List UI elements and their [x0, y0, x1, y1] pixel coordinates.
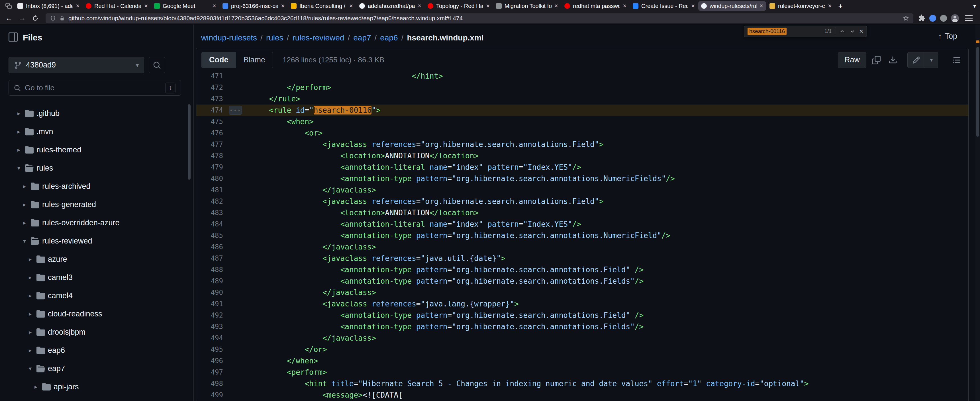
browser-tab[interactable]: windup-rulesets/rules/rules-re× — [698, 1, 766, 11]
line-actions-button[interactable]: ··· — [229, 106, 242, 115]
tab-close-icon[interactable]: × — [418, 3, 422, 9]
forward-button[interactable]: → — [16, 13, 28, 23]
browser-tab[interactable]: Migration Toolkit for Applications× — [493, 1, 561, 11]
line-number[interactable]: 474 — [196, 105, 233, 116]
breadcrumb-link[interactable]: eap6 — [380, 33, 398, 43]
line-number[interactable]: 499 — [196, 389, 233, 401]
line-number[interactable]: 478 — [196, 150, 233, 161]
tree-item-cloud-readiness[interactable]: ▸cloud-readiness — [0, 305, 193, 323]
edit-file-button[interactable] — [907, 52, 925, 68]
line-number[interactable]: 488 — [196, 264, 233, 275]
line-number[interactable]: 482 — [196, 196, 233, 207]
tab-close-icon[interactable]: × — [828, 3, 832, 9]
line-number[interactable]: 480 — [196, 173, 233, 184]
breadcrumb-link[interactable]: eap7 — [353, 33, 371, 43]
scrollbar-thumb[interactable] — [976, 47, 979, 137]
line-number[interactable]: 489 — [196, 275, 233, 287]
back-to-top-button[interactable]: ↑ Top — [938, 32, 957, 41]
line-number[interactable]: 496 — [196, 355, 233, 366]
extensions-puzzle-icon[interactable] — [918, 14, 925, 22]
line-number[interactable]: 497 — [196, 366, 233, 378]
code-scroll-area[interactable]: 471 </hint>472 </perform>473 </rule>474·… — [196, 72, 968, 401]
tab-code[interactable]: Code — [202, 52, 236, 68]
browser-tab[interactable]: adelahozredhat/path-finder-× — [356, 1, 424, 11]
find-previous-button[interactable] — [839, 28, 846, 35]
tab-close-icon[interactable]: × — [213, 3, 216, 9]
extension-icon[interactable] — [940, 15, 947, 22]
profile-avatar[interactable] — [951, 14, 959, 22]
line-number[interactable]: 485 — [196, 230, 233, 241]
browser-tab[interactable]: Inbox (8,691) - adelahozredhat@× — [14, 1, 82, 11]
browser-tab[interactable]: Google Meet× — [151, 1, 219, 11]
tree-item-droolsjbpm[interactable]: ▸droolsjbpm — [0, 323, 193, 341]
line-number[interactable]: 477 — [196, 139, 233, 150]
tab-close-icon[interactable]: × — [759, 3, 763, 9]
tree-item-rules-overridden-azure[interactable]: ▸rules-overridden-azure — [0, 213, 193, 232]
tab-blame[interactable]: Blame — [236, 52, 273, 68]
breadcrumb-link[interactable]: rules — [266, 33, 283, 43]
tree-item-api-jars[interactable]: ▸api-jars — [0, 378, 193, 396]
line-number[interactable]: 486 — [196, 241, 233, 253]
tree-item-.github[interactable]: ▸.github — [0, 104, 193, 123]
line-number[interactable]: 473 — [196, 93, 233, 105]
line-number[interactable]: 495 — [196, 344, 233, 355]
search-this-repository-button[interactable] — [149, 57, 165, 73]
browser-tab[interactable]: Iberia Consulting / LANTIK - A× — [288, 1, 356, 11]
reload-button[interactable] — [30, 13, 41, 23]
line-number[interactable]: 492 — [196, 310, 233, 321]
bookmark-star-icon[interactable] — [903, 15, 909, 21]
page-scrollbar[interactable] — [975, 24, 980, 401]
tab-close-icon[interactable]: × — [623, 3, 627, 9]
line-number[interactable]: 498 — [196, 378, 233, 389]
find-next-button[interactable] — [849, 28, 856, 35]
line-number[interactable]: 487 — [196, 253, 233, 264]
tree-item-rules[interactable]: ▾rules — [0, 159, 193, 177]
line-number[interactable]: 481 — [196, 184, 233, 196]
tree-item-rules-themed[interactable]: ▸rules-themed — [0, 141, 193, 159]
line-number[interactable]: 471 — [196, 72, 233, 82]
tab-close-icon[interactable]: × — [486, 3, 490, 9]
line-number[interactable]: 484 — [196, 218, 233, 230]
breadcrumb-link[interactable]: windup-rulesets — [201, 33, 257, 43]
collapse-sidebar-button[interactable] — [8, 32, 18, 43]
download-button[interactable] — [886, 54, 899, 67]
browser-tab[interactable]: redhat mta password - Google× — [562, 1, 629, 11]
firefox-view-button[interactable] — [3, 2, 14, 11]
tree-item-rules-reviewed[interactable]: ▾rules-reviewed — [0, 232, 193, 250]
copy-raw-button[interactable] — [870, 54, 883, 67]
tree-item-camel3[interactable]: ▸camel3 — [0, 268, 193, 286]
line-number[interactable]: 472 — [196, 82, 233, 93]
tree-item-rules-archived[interactable]: ▸rules-archived — [0, 177, 193, 196]
address-bar[interactable]: github.com/windup/windup-rulesets/blob/4… — [46, 13, 913, 23]
tab-close-icon[interactable]: × — [554, 3, 558, 9]
symbols-panel-button[interactable] — [950, 54, 963, 67]
line-number[interactable]: 479 — [196, 161, 233, 173]
back-button[interactable]: ← — [3, 13, 15, 23]
menu-icon[interactable] — [965, 18, 973, 19]
sidebar-scrollbar-thumb[interactable] — [188, 104, 191, 180]
go-to-file-input[interactable]: Go to file t — [8, 80, 181, 96]
tree-item-azure[interactable]: ▸azure — [0, 250, 193, 268]
tree-item-.mvn[interactable]: ▸.mvn — [0, 123, 193, 141]
line-number[interactable]: 494 — [196, 333, 233, 344]
breadcrumb-link[interactable]: rules-reviewed — [292, 33, 344, 43]
tab-close-icon[interactable]: × — [144, 3, 148, 9]
line-number[interactable]: 475 — [196, 116, 233, 127]
tab-close-icon[interactable]: × — [349, 3, 353, 9]
tab-close-icon[interactable]: × — [76, 3, 80, 9]
browser-tab[interactable]: Create Issue - Red Hat Issues× — [630, 1, 698, 11]
line-number[interactable]: 493 — [196, 321, 233, 333]
edit-dropdown-caret[interactable]: ▾ — [925, 52, 938, 68]
find-close-icon[interactable]: × — [859, 28, 863, 35]
browser-tab[interactable]: Topology - Red Hat OpenShift× — [425, 1, 493, 11]
new-tab-button[interactable]: + — [835, 2, 846, 11]
line-number[interactable]: 490 — [196, 287, 233, 298]
tab-close-icon[interactable]: × — [691, 3, 695, 9]
tree-item-rules-generated[interactable]: ▸rules-generated — [0, 196, 193, 213]
list-all-tabs-button[interactable]: ▾ — [973, 3, 976, 10]
line-number[interactable]: 491 — [196, 298, 233, 310]
tree-item-camel4[interactable]: ▸camel4 — [0, 286, 193, 305]
line-number[interactable]: 483 — [196, 207, 233, 218]
browser-tab[interactable]: Red Hat - Calendar - Week of× — [83, 1, 151, 11]
browser-tab[interactable]: ruleset-konveyor-customers× — [767, 1, 834, 11]
